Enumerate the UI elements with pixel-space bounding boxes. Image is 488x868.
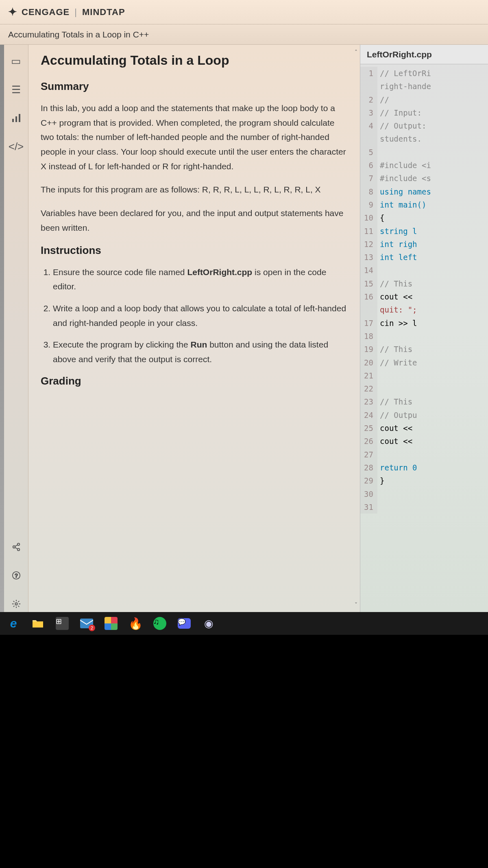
photos-icon[interactable]: [102, 615, 120, 632]
svg-point-4: [13, 546, 15, 548]
code-line[interactable]: 14: [360, 264, 488, 277]
line-number: 7: [360, 172, 377, 185]
code-line[interactable]: 12 int righ: [360, 238, 488, 251]
code-text: // LeftOrRi: [377, 67, 431, 80]
line-number: 15: [360, 277, 377, 290]
firefox-icon[interactable]: 🔥: [127, 615, 144, 632]
editor-tab[interactable]: LeftOrRight.cpp: [360, 45, 488, 64]
code-line[interactable]: 13 int left: [360, 251, 488, 264]
code-line[interactable]: 17 cin >> l: [360, 317, 488, 330]
code-line[interactable]: 27: [360, 448, 488, 461]
code-line[interactable]: 2//: [360, 93, 488, 106]
code-text: [377, 382, 380, 395]
code-line[interactable]: 15 // This: [360, 277, 488, 290]
code-text: // Outpu: [377, 409, 417, 422]
code-editor-panel: LeftOrRight.cpp 1// LeftOrRiright-hande2…: [360, 45, 488, 612]
code-line[interactable]: 23 // This: [360, 395, 488, 408]
code-text: // This: [377, 277, 412, 290]
code-text: quit: ";: [377, 303, 417, 316]
line-number: 2: [360, 93, 377, 106]
brand-cengage: CENGAGE: [22, 7, 70, 17]
code-line[interactable]: 30: [360, 488, 488, 501]
code-line[interactable]: 29}: [360, 474, 488, 487]
code-line[interactable]: 18: [360, 330, 488, 343]
code-line[interactable]: 20 // Write: [360, 356, 488, 369]
line-number: 5: [360, 146, 377, 159]
code-icon[interactable]: </>: [8, 138, 24, 155]
code-line[interactable]: 3// Input:: [360, 106, 488, 119]
spotify-icon[interactable]: ♫: [151, 615, 168, 632]
code-line[interactable]: quit: ";: [360, 303, 488, 316]
code-line[interactable]: 28 return 0: [360, 461, 488, 474]
code-line[interactable]: 26 cout <<: [360, 435, 488, 448]
mail-badge: 2: [89, 625, 95, 631]
svg-line-7: [15, 547, 17, 549]
gear-icon[interactable]: [8, 596, 24, 612]
code-line[interactable]: right-hande: [360, 80, 488, 93]
steam-icon[interactable]: ◉: [200, 615, 217, 632]
line-number: 1: [360, 67, 377, 80]
code-line[interactable]: 21: [360, 369, 488, 382]
code-text: #include <s: [377, 172, 431, 185]
line-number: 21: [360, 369, 377, 382]
line-number: 14: [360, 264, 377, 277]
code-text: // Output:: [377, 119, 426, 132]
line-number: 9: [360, 198, 377, 211]
code-line[interactable]: 1// LeftOrRi: [360, 67, 488, 80]
summary-heading: Summary: [41, 80, 348, 93]
scroll-down-icon[interactable]: ˅: [355, 601, 357, 608]
code-text: int righ: [377, 238, 417, 251]
mail-icon[interactable]: 2: [78, 615, 95, 632]
chart-icon[interactable]: [8, 110, 24, 126]
code-line[interactable]: 25 cout <<: [360, 422, 488, 435]
code-text: cout <<: [377, 422, 412, 435]
svg-text:?: ?: [15, 573, 17, 579]
code-line[interactable]: students.: [360, 132, 488, 145]
code-line[interactable]: 5: [360, 146, 488, 159]
code-text: // Write: [377, 356, 417, 369]
line-number: 31: [360, 501, 377, 514]
svg-point-5: [17, 549, 20, 551]
code-line[interactable]: 11 string l: [360, 225, 488, 238]
code-body[interactable]: 1// LeftOrRiright-hande2//3// Input:4// …: [360, 64, 488, 612]
code-text: string l: [377, 225, 417, 238]
main-area: ▭ ☰ </> ? ˄ Accumulating Totals in a Loo…: [0, 45, 488, 612]
code-text: [377, 448, 380, 461]
code-text: {: [377, 211, 384, 224]
line-number: [360, 80, 377, 93]
code-text: cin >> l: [377, 317, 417, 330]
code-text: //: [377, 93, 389, 106]
svg-line-6: [15, 545, 17, 547]
editor-tab-label: LeftOrRight.cpp: [367, 50, 432, 59]
code-line[interactable]: 10{: [360, 211, 488, 224]
help-icon[interactable]: ?: [8, 567, 24, 584]
svg-rect-2: [19, 114, 20, 122]
brand-mindtap: MINDTAP: [82, 7, 125, 17]
breadcrumb-text: Accumulating Totals in a Loop in C++: [8, 30, 149, 39]
code-line[interactable]: 4// Output:: [360, 119, 488, 132]
code-line[interactable]: 7#include <s: [360, 172, 488, 185]
book-icon[interactable]: ▭: [8, 53, 24, 69]
list-icon[interactable]: ☰: [8, 81, 24, 98]
code-line[interactable]: 8using names: [360, 185, 488, 198]
code-line[interactable]: 24 // Outpu: [360, 409, 488, 422]
below-screen: [0, 635, 488, 868]
code-line[interactable]: 9int main(): [360, 198, 488, 211]
store-icon[interactable]: ⊞: [54, 615, 71, 632]
svg-rect-0: [12, 119, 14, 122]
code-text: cout <<: [377, 290, 412, 303]
file-explorer-icon[interactable]: [29, 615, 46, 632]
edge-icon[interactable]: e: [5, 615, 22, 632]
code-line[interactable]: 16 cout <<: [360, 290, 488, 303]
scroll-up-icon[interactable]: ˄: [355, 49, 357, 55]
code-line[interactable]: 19 // This: [360, 343, 488, 356]
line-number: 20: [360, 356, 377, 369]
line-number: 10: [360, 211, 377, 224]
summary-paragraph-3: Variables have been declared for you, an…: [41, 206, 348, 235]
sidebar-nav: ▭ ☰ </> ?: [4, 45, 28, 612]
discord-icon[interactable]: 💬: [176, 615, 193, 632]
code-line[interactable]: 6#include <i: [360, 159, 488, 172]
code-line[interactable]: 22: [360, 382, 488, 395]
code-line[interactable]: 31: [360, 501, 488, 514]
share-icon[interactable]: [8, 539, 24, 555]
